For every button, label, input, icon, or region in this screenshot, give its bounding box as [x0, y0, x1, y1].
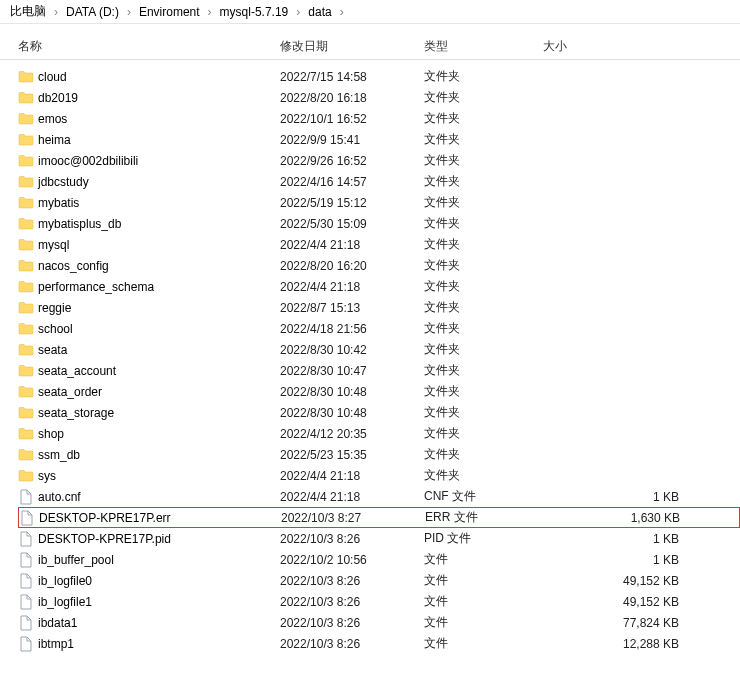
folder-row[interactable]: db20192022/8/20 16:18文件夹	[18, 87, 740, 108]
cell-date: 2022/5/19 15:12	[280, 196, 424, 210]
file-name: sys	[38, 469, 56, 483]
cell-size: 1 KB	[543, 490, 683, 504]
file-icon	[18, 636, 34, 652]
cell-name: db2019	[18, 90, 280, 106]
folder-icon	[18, 174, 34, 190]
column-header-size[interactable]: 大小	[543, 38, 703, 55]
breadcrumb-item[interactable]: Enviroment	[137, 5, 202, 19]
file-name: db2019	[38, 91, 78, 105]
folder-row[interactable]: seata_account2022/8/30 10:47文件夹	[18, 360, 740, 381]
file-row[interactable]: ib_buffer_pool2022/10/2 10:56文件1 KB	[18, 549, 740, 570]
cell-type: CNF 文件	[424, 488, 543, 505]
cell-date: 2022/8/7 15:13	[280, 301, 424, 315]
file-row[interactable]: ibdata12022/10/3 8:26文件77,824 KB	[18, 612, 740, 633]
column-header-type[interactable]: 类型	[424, 38, 543, 55]
cell-date: 2022/8/30 10:48	[280, 385, 424, 399]
cell-type: 文件夹	[424, 383, 543, 400]
cell-name: seata	[18, 342, 280, 358]
file-name: jdbcstudy	[38, 175, 89, 189]
cell-type: 文件夹	[424, 236, 543, 253]
breadcrumb-item[interactable]: data	[306, 5, 333, 19]
cell-name: cloud	[18, 69, 280, 85]
file-row[interactable]: DESKTOP-KPRE17P.err2022/10/3 8:27ERR 文件1…	[18, 507, 740, 528]
cell-type: 文件夹	[424, 194, 543, 211]
folder-icon	[18, 111, 34, 127]
folder-row[interactable]: imooc@002dbilibili2022/9/26 16:52文件夹	[18, 150, 740, 171]
cell-type: 文件夹	[424, 278, 543, 295]
breadcrumb: 比电脑 › DATA (D:) › Enviroment › mysql-5.7…	[0, 0, 740, 24]
folder-row[interactable]: mybatisplus_db2022/5/30 15:09文件夹	[18, 213, 740, 234]
cell-type: 文件	[424, 593, 543, 610]
cell-name: ib_logfile0	[18, 573, 280, 589]
cell-date: 2022/10/3 8:26	[280, 574, 424, 588]
file-name: school	[38, 322, 73, 336]
column-header-name[interactable]: 名称	[18, 38, 280, 55]
file-row[interactable]: ib_logfile02022/10/3 8:26文件49,152 KB	[18, 570, 740, 591]
file-name: auto.cnf	[38, 490, 81, 504]
cell-date: 2022/5/30 15:09	[280, 217, 424, 231]
cell-date: 2022/8/30 10:47	[280, 364, 424, 378]
file-row[interactable]: ibtmp12022/10/3 8:26文件12,288 KB	[18, 633, 740, 654]
cell-date: 2022/4/4 21:18	[280, 469, 424, 483]
cell-type: PID 文件	[424, 530, 543, 547]
cell-name: ib_logfile1	[18, 594, 280, 610]
file-row[interactable]: ib_logfile12022/10/3 8:26文件49,152 KB	[18, 591, 740, 612]
cell-type: 文件夹	[424, 425, 543, 442]
file-name: ib_buffer_pool	[38, 553, 114, 567]
folder-row[interactable]: shop2022/4/12 20:35文件夹	[18, 423, 740, 444]
breadcrumb-item[interactable]: DATA (D:)	[64, 5, 121, 19]
file-icon	[18, 573, 34, 589]
cell-name: imooc@002dbilibili	[18, 153, 280, 169]
file-row[interactable]: DESKTOP-KPRE17P.pid2022/10/3 8:26PID 文件1…	[18, 528, 740, 549]
cell-type: 文件	[424, 551, 543, 568]
cell-name: mybatisplus_db	[18, 216, 280, 232]
file-name: DESKTOP-KPRE17P.err	[39, 511, 171, 525]
chevron-right-icon: ›	[334, 5, 350, 19]
breadcrumb-item[interactable]: 比电脑	[8, 3, 48, 20]
file-icon	[18, 552, 34, 568]
cell-type: 文件夹	[424, 467, 543, 484]
folder-row[interactable]: mybatis2022/5/19 15:12文件夹	[18, 192, 740, 213]
cell-name: ibtmp1	[18, 636, 280, 652]
file-name: seata_order	[38, 385, 102, 399]
file-icon	[18, 615, 34, 631]
breadcrumb-item[interactable]: mysql-5.7.19	[218, 5, 291, 19]
file-name: emos	[38, 112, 67, 126]
cell-name: auto.cnf	[18, 489, 280, 505]
folder-row[interactable]: heima2022/9/9 15:41文件夹	[18, 129, 740, 150]
file-name: ibdata1	[38, 616, 77, 630]
folder-row[interactable]: sys2022/4/4 21:18文件夹	[18, 465, 740, 486]
cell-type: 文件夹	[424, 68, 543, 85]
folder-row[interactable]: emos2022/10/1 16:52文件夹	[18, 108, 740, 129]
folder-row[interactable]: cloud2022/7/15 14:58文件夹	[18, 66, 740, 87]
folder-row[interactable]: nacos_config2022/8/20 16:20文件夹	[18, 255, 740, 276]
cell-size: 1 KB	[543, 553, 683, 567]
cell-name: seata_account	[18, 363, 280, 379]
cell-type: 文件	[424, 635, 543, 652]
folder-icon	[18, 69, 34, 85]
folder-row[interactable]: performance_schema2022/4/4 21:18文件夹	[18, 276, 740, 297]
cell-type: 文件夹	[424, 257, 543, 274]
folder-row[interactable]: seata_storage2022/8/30 10:48文件夹	[18, 402, 740, 423]
folder-icon	[18, 363, 34, 379]
folder-icon	[18, 132, 34, 148]
folder-row[interactable]: jdbcstudy2022/4/16 14:57文件夹	[18, 171, 740, 192]
folder-row[interactable]: mysql2022/4/4 21:18文件夹	[18, 234, 740, 255]
cell-type: 文件夹	[424, 173, 543, 190]
cell-type: 文件夹	[424, 215, 543, 232]
folder-row[interactable]: school2022/4/18 21:56文件夹	[18, 318, 740, 339]
cell-date: 2022/8/20 16:20	[280, 259, 424, 273]
cell-name: DESKTOP-KPRE17P.pid	[18, 531, 280, 547]
cell-type: 文件夹	[424, 404, 543, 421]
folder-icon	[18, 447, 34, 463]
cell-date: 2022/8/30 10:42	[280, 343, 424, 357]
folder-row[interactable]: reggie2022/8/7 15:13文件夹	[18, 297, 740, 318]
file-row[interactable]: auto.cnf2022/4/4 21:18CNF 文件1 KB	[18, 486, 740, 507]
column-header-date[interactable]: 修改日期	[280, 38, 424, 55]
folder-row[interactable]: seata2022/8/30 10:42文件夹	[18, 339, 740, 360]
folder-row[interactable]: seata_order2022/8/30 10:48文件夹	[18, 381, 740, 402]
cell-type: 文件夹	[424, 362, 543, 379]
folder-row[interactable]: ssm_db2022/5/23 15:35文件夹	[18, 444, 740, 465]
cell-name: ssm_db	[18, 447, 280, 463]
cell-date: 2022/10/3 8:26	[280, 595, 424, 609]
